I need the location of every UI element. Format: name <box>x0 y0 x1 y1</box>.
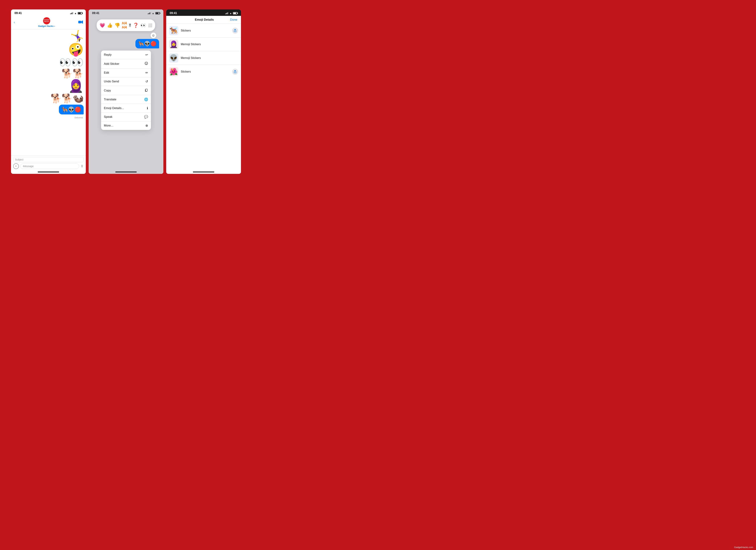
time-right: 09:41 <box>170 12 177 15</box>
edit-icon: ✏ <box>145 71 148 75</box>
context-add-sticker[interactable]: Add Sticker <box>101 59 151 69</box>
battery-icon-left <box>78 12 82 14</box>
speak-label: Speak <box>104 115 112 119</box>
reaction-eyes[interactable]: 👀 <box>140 23 146 28</box>
wifi-icon-right: ▲ <box>230 12 232 15</box>
message-4: 🐕🐕 <box>13 69 84 78</box>
wifi-icon-left: ▲ <box>74 12 77 15</box>
svg-point-4 <box>146 63 147 63</box>
emoji-list-item-4[interactable]: 🌺 Stickers <box>166 65 241 78</box>
emoji-thumb-4: 🌺 <box>169 67 178 76</box>
tapback-indicator: ☺️ <box>151 33 156 38</box>
reaction-thumbsdown[interactable]: 👎 <box>114 23 120 28</box>
edit-label: Edit <box>104 71 109 75</box>
reaction-bar[interactable]: 💗 👍 👎 HAHA ‼️ ❓ 👀 ⬜ <box>97 19 155 31</box>
message-placeholder: iMessage <box>23 165 34 168</box>
context-edit[interactable]: Edit ✏ <box>101 69 151 77</box>
share-button-1[interactable] <box>232 28 238 34</box>
svg-marker-1 <box>81 20 83 24</box>
delivered-status: Delivered <box>13 117 84 119</box>
reaction-more[interactable]: ⬜ <box>148 23 152 27</box>
message-bubble-left: 🐕‍🦺👽🔴 <box>59 105 84 114</box>
emoji-thumb-2: 🧕 <box>169 40 178 49</box>
mic-button[interactable]: 🎙 <box>80 164 84 168</box>
phone-left: 09:41 ▲ ‹ GADGETHACK <box>11 9 86 174</box>
emoji-item-name-1: Stickers <box>181 29 230 32</box>
input-area: Subject + iMessage 🎙 <box>11 155 86 170</box>
right-spacer <box>166 97 241 170</box>
message-2: 🤪 <box>13 43 84 56</box>
reaction-question[interactable]: ❓ <box>133 23 139 28</box>
reaction-haha[interactable]: HAHA <box>122 21 127 29</box>
subject-field[interactable]: Subject <box>13 157 84 162</box>
context-copy[interactable]: Copy <box>101 86 151 95</box>
context-speak[interactable]: Speak 💬 <box>101 113 151 121</box>
outer-frame: 09:41 ▲ ‹ GADGETHACK <box>5 5 246 178</box>
emoji-item-name-4: Stickers <box>181 70 230 73</box>
share-button-4[interactable] <box>232 69 238 75</box>
undo-send-icon: ↺ <box>145 80 148 83</box>
home-bar-middle <box>115 172 137 172</box>
back-button[interactable]: ‹ <box>14 20 15 24</box>
copy-icon <box>145 88 148 93</box>
context-reply[interactable]: Reply ↩ <box>101 51 151 59</box>
status-bar-right: 09:41 ▲ <box>166 9 241 16</box>
battery-icon-right <box>233 12 237 14</box>
context-emoji-details[interactable]: Emoji Details... ℹ <box>101 104 151 113</box>
emoji-details-icon: ℹ <box>147 106 148 110</box>
message-bubble-middle: 🐕‍🦺👽🔴 <box>135 39 159 48</box>
time-left: 09:41 <box>15 12 22 15</box>
add-sticker-label: Add Sticker <box>104 62 119 66</box>
emoji-list-item-1[interactable]: 🐕‍🦺 Stickers <box>166 24 241 38</box>
message-6: 🐕🐕🦦 <box>13 94 84 103</box>
emoji-list-item-2[interactable]: 🧕 Memoji Stickers <box>166 38 241 51</box>
translate-label: Translate <box>104 98 116 101</box>
nav-bar-left: ‹ GADGETHACKS Gadget Hacks › <box>11 16 86 29</box>
more-icon: ⊕ <box>145 124 148 128</box>
plus-icon: + <box>15 164 17 168</box>
reaction-thumbsup[interactable]: 👍 <box>107 23 113 28</box>
context-undo-send[interactable]: Undo Send ↺ <box>101 77 151 86</box>
subject-placeholder: Subject <box>15 158 23 161</box>
message-1: 🤸‍♀️ <box>13 31 84 41</box>
reaction-heart[interactable]: 💗 <box>99 23 105 28</box>
contact-name[interactable]: Gadget Hacks › <box>38 25 55 27</box>
emoji-details-header: Emoji Details Done <box>166 16 241 24</box>
video-call-button[interactable] <box>78 20 83 25</box>
more-label: More... <box>104 124 113 127</box>
time-middle: 09:41 <box>92 12 99 15</box>
done-button[interactable]: Done <box>230 18 237 22</box>
emoji-list-item-3[interactable]: 👽 Memoji Stickers <box>166 51 241 65</box>
emoji-item-name-3: Memoji Stickers <box>181 56 238 60</box>
messages-list: 🤸‍♀️ 🤪 👀👀 🐕🐕 🧕 <box>11 29 86 155</box>
message-7: 🐕‍🦺👽🔴 <box>13 105 84 114</box>
emoji-details-label: Emoji Details... <box>104 106 124 110</box>
home-indicator-left <box>11 170 86 174</box>
emoji-details-title: Emoji Details <box>195 18 214 22</box>
message-bubble-area: ☺️ 🐕‍🦺👽🔴 <box>89 33 163 48</box>
battery-icon-middle <box>155 12 160 14</box>
emoji-details-list: 🐕‍🦺 Stickers 🧕 Memoji Stic <box>166 24 241 97</box>
svg-rect-0 <box>78 21 81 23</box>
svg-rect-5 <box>146 89 147 91</box>
context-more[interactable]: More... ⊕ <box>101 121 151 130</box>
sticker-emoji-6: 🐕🐕🦦 <box>51 94 84 103</box>
input-row: + iMessage 🎙 <box>13 163 84 169</box>
emoji-item-name-2: Memoji Stickers <box>181 43 238 46</box>
signal-icon-middle <box>148 12 151 14</box>
sticker-emoji-4: 🐕🐕 <box>62 69 84 78</box>
reaction-exclamation[interactable]: ‼️ <box>129 23 131 28</box>
home-bar-left <box>38 172 59 172</box>
contact-avatar: GADGETHACKS <box>43 17 50 24</box>
speak-icon: 💬 <box>144 115 148 119</box>
reply-icon: ↩ <box>145 53 148 57</box>
message-input[interactable]: iMessage <box>20 163 79 169</box>
phone-right: 09:41 ▲ Emoji Details Done <box>166 9 241 174</box>
add-button[interactable]: + <box>13 163 19 169</box>
add-sticker-icon <box>145 62 148 66</box>
emoji-thumb-1: 🐕‍🦺 <box>169 26 178 35</box>
context-translate[interactable]: Translate 🌐 <box>101 95 151 104</box>
reply-label: Reply <box>104 53 112 57</box>
message-5: 🧕 <box>13 80 84 92</box>
status-icons-right: ▲ <box>225 12 237 15</box>
